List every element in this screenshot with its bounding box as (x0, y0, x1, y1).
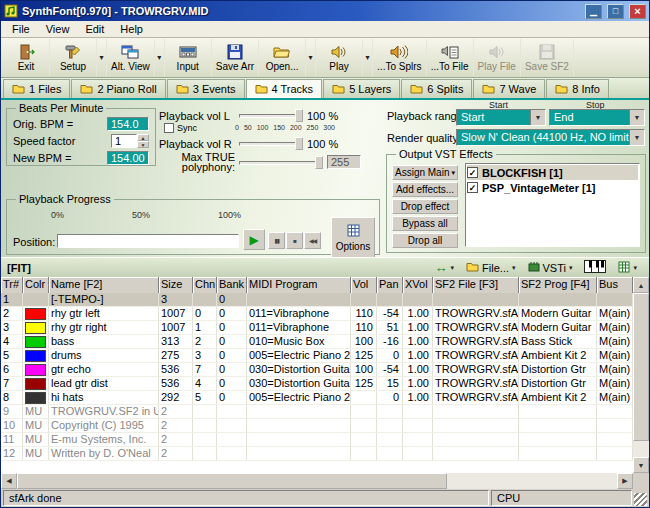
playback-start-select[interactable]: Start ▼ (456, 109, 546, 126)
cell-colr[interactable] (23, 349, 49, 362)
bypass-all-button[interactable]: Bypass all (392, 216, 458, 231)
column-header-midi[interactable]: MIDI Program (247, 277, 351, 293)
add-effects-button[interactable]: Add effects... (392, 182, 458, 197)
scroll-left-button[interactable]: ◀ (1, 473, 17, 489)
save-arr-button[interactable]: Save Arr (212, 39, 259, 76)
cell-vol[interactable]: 100 (351, 363, 377, 376)
cell-midi[interactable] (247, 419, 351, 432)
cell-sf2file[interactable]: TROWRGRV.sfArk (433, 335, 519, 348)
column-header-size[interactable]: Size (159, 277, 193, 293)
cell-pan[interactable]: 51 (377, 321, 403, 334)
cell-pan[interactable] (377, 419, 403, 432)
cell-bus[interactable]: M(ain) (597, 363, 633, 376)
menu-edit[interactable]: Edit (77, 22, 112, 36)
cell-sf2prog[interactable]: Distortion Gtr (519, 377, 597, 390)
cell-midi[interactable]: 011=Vibraphone (247, 307, 351, 320)
cell-chn[interactable]: 0 (193, 307, 217, 320)
cell-colr[interactable] (23, 377, 49, 390)
cell-bank[interactable]: 0 (217, 321, 247, 334)
column-header-bus[interactable]: Bus (597, 277, 633, 293)
cell-pan[interactable]: 15 (377, 377, 403, 390)
cell-name[interactable]: hi hats (49, 391, 159, 404)
cell-tr[interactable]: 12 (1, 447, 23, 460)
cell-bus[interactable] (597, 433, 633, 446)
vol-r-thumb[interactable] (295, 137, 303, 150)
cell-vol[interactable] (351, 447, 377, 460)
cell-chn[interactable]: 4 (193, 377, 217, 390)
cell-bus[interactable]: M(ain) (597, 335, 633, 348)
cell-tr[interactable]: 6 (1, 363, 23, 376)
rewind-button[interactable]: ◀◀ (304, 232, 321, 249)
cell-midi[interactable] (247, 433, 351, 446)
cell-bank[interactable] (217, 447, 247, 460)
cell-size[interactable]: 2 (159, 447, 193, 460)
cell-sf2file[interactable] (433, 405, 519, 418)
cell-xvol[interactable]: 1.00 (403, 391, 433, 404)
minimize-button[interactable]: ▁ (585, 4, 602, 19)
cell-tr[interactable]: 4 (1, 335, 23, 348)
cell-pan[interactable] (377, 293, 403, 306)
cell-sf2file[interactable] (433, 433, 519, 446)
column-header-sf2prog[interactable]: SF2 Prog [F4] (519, 277, 597, 293)
cell-chn[interactable] (193, 433, 217, 446)
cell-size[interactable]: 2 (159, 405, 193, 418)
maximize-button[interactable]: □ (607, 4, 624, 19)
cell-name[interactable]: rhy gtr left (49, 307, 159, 320)
cell-vol[interactable] (351, 391, 377, 404)
cell-tr[interactable]: 3 (1, 321, 23, 334)
cell-size[interactable]: 1007 (159, 321, 193, 334)
polyphony-slider[interactable] (239, 156, 323, 169)
play-button[interactable]: Play (316, 39, 363, 76)
cell-bank[interactable]: 0 (217, 293, 247, 306)
cell-sf2prog[interactable]: Ambient Kit 2 (519, 349, 597, 362)
cell-name[interactable]: rhy gtr right (49, 321, 159, 334)
file-menu-button[interactable]: File...▾ (460, 259, 521, 276)
cell-bank[interactable]: 0 (217, 377, 247, 390)
polyphony-thumb[interactable] (315, 156, 323, 169)
cell-size[interactable]: 313 (159, 335, 193, 348)
cell-sf2file[interactable]: TROWRGRV.sfArk (433, 307, 519, 320)
cell-vol[interactable]: 125 (351, 349, 377, 362)
vol-r-slider[interactable] (239, 137, 303, 150)
cell-bank[interactable]: 0 (217, 391, 247, 404)
cell-midi[interactable] (247, 405, 351, 418)
cell-sf2prog[interactable] (519, 419, 597, 432)
cell-name[interactable]: Copyright (C) 1995 (49, 419, 159, 432)
cell-colr[interactable] (23, 391, 49, 404)
cell-midi[interactable]: 005=Electric Piano 2 (247, 391, 351, 404)
cell-bus[interactable] (597, 419, 633, 432)
cell-xvol[interactable] (403, 433, 433, 446)
cell-name[interactable]: lead gtr dist (49, 377, 159, 390)
column-header-chn[interactable]: Chn (193, 277, 217, 293)
cell-midi[interactable] (247, 447, 351, 460)
cell-name[interactable]: gtr echo (49, 363, 159, 376)
cell-bank[interactable]: 0 (217, 363, 247, 376)
cell-xvol[interactable]: 1.00 (403, 335, 433, 348)
view-grid-button[interactable]: ▾ (612, 259, 643, 276)
keyboard-button[interactable] (578, 259, 612, 276)
cell-colr[interactable]: MU (23, 405, 49, 418)
cell-sf2prog[interactable]: Bass Stick (519, 335, 597, 348)
cell-pan[interactable] (377, 405, 403, 418)
cell-xvol[interactable]: 1.00 (403, 377, 433, 390)
cell-name[interactable]: [-TEMPO-] (49, 293, 159, 306)
cell-bus[interactable]: M(ain) (597, 321, 633, 334)
cell-size[interactable]: 1007 (159, 307, 193, 320)
vst-effect-item[interactable]: ✓PSP_VintageMeter [1] (467, 180, 638, 195)
stop-button[interactable]: ■ (286, 232, 303, 249)
cell-vol[interactable] (351, 293, 377, 306)
column-header-vol[interactable]: Vol (351, 277, 377, 293)
cell-vol[interactable] (351, 405, 377, 418)
cell-xvol[interactable] (403, 419, 433, 432)
playback-stop-select[interactable]: End ▼ (549, 109, 645, 126)
tab-tracks[interactable]: 4 Tracks (246, 79, 323, 98)
cell-colr[interactable]: MU (23, 447, 49, 460)
cell-pan[interactable]: -16 (377, 335, 403, 348)
cell-xvol[interactable]: 1.00 (403, 307, 433, 320)
cell-size[interactable]: 3 (159, 293, 193, 306)
cell-tr[interactable]: 9 (1, 405, 23, 418)
column-header-bank[interactable]: Bank (217, 277, 247, 293)
setup-dropdown-arrow[interactable]: ▾ (97, 39, 107, 76)
cell-chn[interactable]: 2 (193, 335, 217, 348)
cell-vol[interactable]: 110 (351, 307, 377, 320)
